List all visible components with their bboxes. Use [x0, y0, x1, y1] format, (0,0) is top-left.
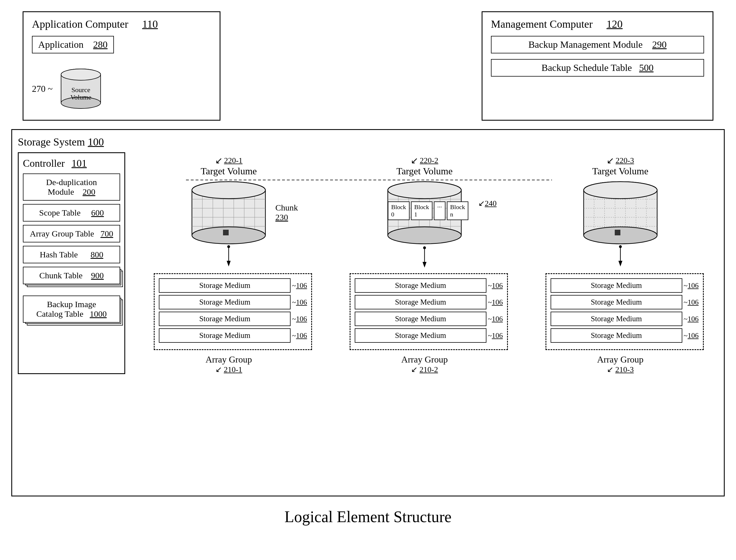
- chunk-label: Chunk 230: [275, 203, 298, 222]
- controller-title-row: Controller 101: [23, 157, 120, 173]
- controller-title: Controller: [23, 157, 65, 169]
- ag2-ref: 210-2: [420, 365, 438, 374]
- sm-2-1-ref: ~106: [488, 281, 503, 290]
- sm-1-1: Storage Medium: [159, 278, 290, 293]
- dedup-module-box: De-duplicationModule 200: [23, 173, 120, 201]
- block-1: Block 1: [411, 201, 433, 220]
- sm-1-4-ref: ~106: [292, 331, 307, 340]
- sm-3-row-3: Storage Medium ~106: [551, 312, 699, 326]
- sm-3-2-ref: ~106: [684, 298, 699, 307]
- block-dots: ···: [434, 201, 446, 220]
- array-group-table-box: Array Group Table 700: [23, 225, 120, 242]
- svg-point-28: [227, 245, 230, 248]
- hash-table-ref: 800: [90, 250, 103, 259]
- sm-2-3: Storage Medium: [355, 312, 487, 326]
- vol1-column: Chunk 230: [154, 180, 303, 269]
- vol1-ref: 220-1: [224, 156, 242, 165]
- sm-2-row-2: Storage Medium ~106: [355, 295, 503, 309]
- controller-ref: 101: [71, 157, 87, 169]
- sm-1-2: Storage Medium: [159, 295, 290, 309]
- vol3-ref-label: ↙ 220-3: [546, 155, 695, 166]
- app-computer-box: Application Computer 110 Application 280…: [23, 11, 220, 121]
- app-computer-label: Application Computer: [32, 18, 128, 30]
- vol2-column: Block 0 Block 1 ··· Block n ↙ 240: [349, 180, 500, 269]
- backup-catalog-box: Backup ImageCatalog Table 1000: [23, 296, 120, 323]
- storage-system-box: Storage System 100 Controller 101 De-dup…: [11, 129, 725, 496]
- block-0: Block 0: [388, 201, 410, 220]
- storage-system-title: Storage System: [18, 136, 85, 148]
- backup-module-ref: 290: [652, 39, 667, 50]
- svg-point-5: [61, 69, 101, 80]
- svg-rect-24: [223, 230, 229, 235]
- mgmt-computer-ref: 120: [607, 18, 623, 30]
- array-group-1-box: Storage Medium ~106 Storage Medium ~106 …: [154, 273, 312, 350]
- vol1-down-arrow: [223, 245, 234, 268]
- sm-3-row-4: Storage Medium ~106: [551, 328, 699, 343]
- vol3-label: Target Volume: [546, 166, 695, 177]
- application-label: Application: [38, 39, 84, 50]
- hash-table-label: Hash Table: [40, 250, 78, 259]
- application-ref: 280: [93, 39, 108, 50]
- scope-table-box: Scope Table 600: [23, 204, 120, 222]
- vol2-ref-area: ↙ 220-2 Target Volume: [349, 155, 500, 179]
- sm-1-4: Storage Medium: [159, 328, 290, 343]
- blocks-row: Block 0 Block 1 ··· Block n: [388, 201, 468, 220]
- ag2-ref-row: ↙ 210-2: [349, 365, 500, 374]
- sm-3-3: Storage Medium: [551, 312, 682, 326]
- controller-box: Controller 101 De-duplicationModule 200 …: [18, 152, 125, 374]
- ag1-ref-row: ↙ 210-1: [154, 365, 303, 374]
- scope-table-ref: 600: [91, 208, 104, 217]
- dedup-module-ref: 200: [82, 187, 95, 196]
- sm-2-3-ref: ~106: [488, 315, 503, 323]
- source-volume-section: 270 ~ Source Volume: [32, 66, 211, 111]
- vol3-ref: 220-3: [616, 156, 634, 165]
- chunk-table-ref: 900: [91, 271, 104, 280]
- sm-2-row-4: Storage Medium ~106: [355, 328, 503, 343]
- backup-module-label: Backup Management Module: [528, 39, 642, 50]
- backup-table-label: Backup Schedule Table: [542, 62, 632, 73]
- vol2-arrow: ↙: [411, 155, 418, 166]
- right-section: ↙ 220-1 Target Volume ↙ 220-2 Target Vol…: [131, 152, 718, 374]
- svg-text:Source: Source: [71, 86, 90, 94]
- ag3-label: Array Group: [546, 354, 695, 365]
- volume-ref-label: 270 ~: [32, 84, 53, 94]
- ag1-ref: 210-1: [224, 365, 242, 374]
- svg-point-47: [423, 246, 426, 249]
- vol1-ref-label: ↙ 220-1: [154, 155, 303, 166]
- sm-2-row-3: Storage Medium ~106: [355, 312, 503, 326]
- sm-3-2: Storage Medium: [551, 295, 682, 309]
- page-container: Application Computer 110 Application 280…: [11, 11, 725, 526]
- backup-table-box: Backup Schedule Table 500: [491, 59, 704, 77]
- vol3-down-arrow: [615, 245, 626, 268]
- array-group-2-box: Storage Medium ~106 Storage Medium ~106 …: [349, 273, 508, 350]
- block-group-ref: 240: [485, 199, 497, 208]
- block-group-ref-arrow: ↙: [478, 199, 485, 208]
- svg-point-43: [388, 227, 461, 244]
- mgmt-computer-label: Management Computer: [491, 18, 593, 30]
- array-group-3-box: Storage Medium ~106 Storage Medium ~106 …: [546, 273, 704, 350]
- sm-1-3-ref: ~106: [292, 315, 307, 323]
- mgmt-computer-title: Management Computer 120: [491, 18, 704, 30]
- svg-marker-27: [227, 261, 231, 266]
- vol2-ref-label: ↙ 220-2: [349, 155, 500, 166]
- sm-3-4-ref: ~106: [684, 331, 699, 340]
- source-volume-cylinder: Source Volume: [58, 66, 103, 111]
- backup-module-box: Backup Management Module 290: [491, 36, 704, 53]
- ag3-ref-row: ↙ 210-3: [546, 365, 695, 374]
- backup-catalog-label: Backup ImageCatalog Table: [36, 299, 96, 318]
- top-section: Application Computer 110 Application 280…: [11, 11, 725, 121]
- sm-2-4-ref: ~106: [488, 331, 503, 340]
- vol3-ref-area: ↙ 220-3 Target Volume: [546, 155, 695, 179]
- vol3-arrow: ↙: [607, 155, 614, 166]
- vol2-ref: 220-2: [420, 156, 438, 165]
- array-groups-row: Storage Medium ~106 Storage Medium ~106 …: [131, 273, 718, 374]
- sm-1-row-2: Storage Medium ~106: [159, 295, 307, 309]
- hash-table-box: Hash Table 800: [23, 246, 120, 263]
- sm-3-1-ref: ~106: [684, 281, 699, 290]
- sm-2-1: Storage Medium: [355, 278, 487, 293]
- array-group-2-column: Storage Medium ~106 Storage Medium ~106 …: [349, 273, 500, 374]
- svg-rect-64: [615, 230, 620, 235]
- vol-refs-row: ↙ 220-1 Target Volume ↙ 220-2 Target Vol…: [131, 155, 718, 179]
- storage-inner: Controller 101 De-duplicationModule 200 …: [18, 152, 718, 374]
- sm-1-row-3: Storage Medium ~106: [159, 312, 307, 326]
